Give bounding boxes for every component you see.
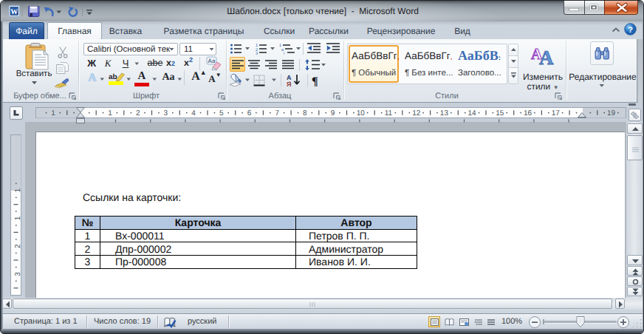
svg-text:1: 1 xyxy=(108,109,112,117)
svg-text:i: i xyxy=(284,52,284,55)
svg-text:A: A xyxy=(539,47,554,66)
svg-text:W: W xyxy=(10,8,18,16)
svg-text:19: 19 xyxy=(607,109,616,117)
svg-text:13: 13 xyxy=(440,109,449,117)
svg-text:1: 1 xyxy=(14,216,22,220)
svg-text:17: 17 xyxy=(552,109,561,117)
svg-text:7: 7 xyxy=(275,109,279,117)
svg-text:14: 14 xyxy=(468,109,477,117)
svg-text:10: 10 xyxy=(357,109,366,117)
svg-text:3: 3 xyxy=(164,109,168,117)
svg-text:12: 12 xyxy=(412,109,421,117)
svg-text:5: 5 xyxy=(219,109,224,117)
svg-text:?: ? xyxy=(628,26,633,35)
svg-text:2: 2 xyxy=(136,109,140,117)
svg-text:1: 1 xyxy=(51,109,55,117)
svg-text:16: 16 xyxy=(524,109,532,117)
svg-text:ab: ab xyxy=(109,73,117,81)
svg-text:¶: ¶ xyxy=(312,75,318,88)
svg-text:8: 8 xyxy=(303,109,307,117)
svg-text:1: 1 xyxy=(14,188,22,193)
svg-text:Aa: Aa xyxy=(208,58,216,64)
svg-text:3: 3 xyxy=(14,272,22,276)
svg-text:3: 3 xyxy=(256,52,258,55)
svg-text:9: 9 xyxy=(331,109,335,117)
svg-text:15: 15 xyxy=(496,109,504,117)
svg-text:11: 11 xyxy=(385,109,393,117)
svg-text:2: 2 xyxy=(14,244,22,248)
svg-text:6: 6 xyxy=(247,109,252,117)
svg-text:4: 4 xyxy=(191,109,196,117)
svg-text:Я: Я xyxy=(287,81,291,88)
